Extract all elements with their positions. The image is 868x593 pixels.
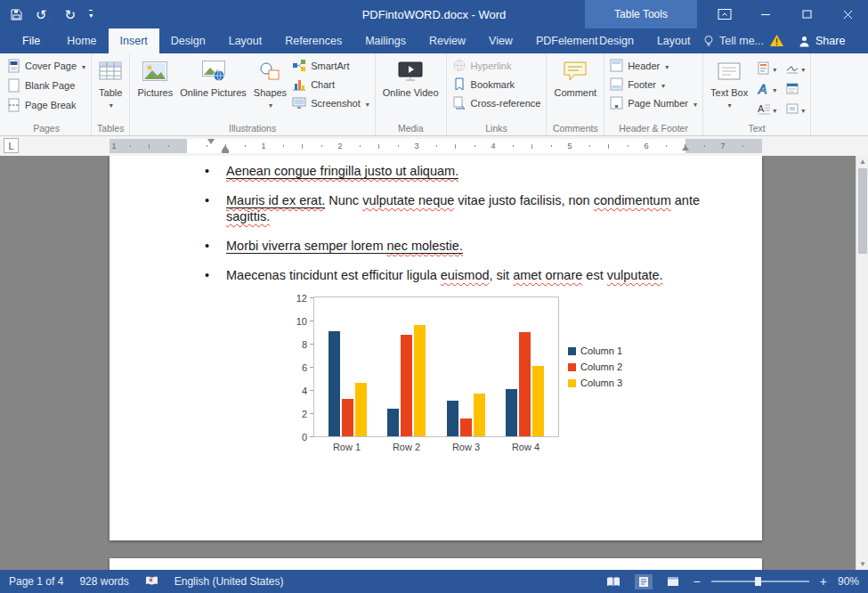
print-layout-icon [638, 576, 649, 588]
header-button[interactable]: Header [608, 59, 699, 72]
right-indent-marker[interactable] [682, 142, 689, 150]
bullet-marker: • [205, 192, 226, 224]
page-break-button[interactable]: Page Break [5, 98, 87, 112]
tab-layout[interactable]: Layout [217, 28, 274, 53]
page-number-button[interactable]: Page Number [608, 96, 699, 110]
comment-button[interactable]: Comment [550, 55, 600, 99]
footer-button[interactable]: Footer [608, 77, 699, 91]
tab-stop-selector[interactable]: L [4, 138, 19, 153]
signature-line-button[interactable] [785, 60, 805, 76]
document-page-next[interactable] [110, 558, 762, 570]
tab-insert[interactable]: Insert [109, 28, 159, 53]
zoom-level[interactable]: 90% [838, 575, 859, 588]
cross-reference-button[interactable]: Cross-reference [450, 96, 543, 110]
ruler-number: 7 [720, 142, 725, 150]
chart-y-tick [310, 297, 313, 298]
bullet-item[interactable]: •Mauris id ex erat. Nunc vulputate neque… [205, 192, 718, 224]
page-indicator[interactable]: Page 1 of 4 [9, 575, 63, 588]
web-layout-icon [667, 576, 679, 587]
print-layout-button[interactable] [635, 574, 653, 589]
online-video-icon [397, 57, 424, 85]
share-button[interactable]: Share [799, 28, 845, 53]
scroll-down-icon[interactable]: ▼ [856, 558, 868, 570]
bookmark-button[interactable]: Bookmark [450, 77, 543, 91]
shapes-button[interactable]: Shapes [250, 55, 290, 111]
tell-me-button[interactable]: Tell me... [703, 28, 764, 53]
ruler-bar: L 11234567 [0, 136, 868, 156]
ruler-tick [245, 145, 246, 147]
pictures-button[interactable]: Pictures [134, 55, 176, 99]
close-button[interactable] [827, 0, 868, 28]
zoom-out-button[interactable]: − [694, 575, 701, 588]
tab-view[interactable]: View [477, 28, 524, 53]
chart-button[interactable]: Chart [290, 77, 371, 91]
maximize-button[interactable] [786, 0, 827, 28]
bullet-marker: • [205, 163, 226, 179]
blank-page-label: Blank Page [25, 80, 75, 91]
object-button[interactable] [785, 101, 805, 117]
tab-home[interactable]: Home [55, 28, 108, 53]
tab-file[interactable]: File [7, 28, 55, 53]
blank-page-button[interactable]: Blank Page [5, 78, 87, 93]
redo-button[interactable]: ↻ [65, 8, 77, 21]
ruler-tick [628, 145, 629, 147]
ruler-number: 5 [567, 142, 572, 150]
ruler[interactable]: 11234567 [110, 139, 762, 153]
save-button[interactable] [11, 9, 22, 20]
tab-design[interactable]: Design [159, 28, 217, 53]
scroll-up-icon[interactable]: ▲ [856, 156, 868, 167]
zoom-slider[interactable] [711, 581, 809, 582]
drop-cap-button[interactable]: A [757, 101, 776, 117]
language-indicator[interactable]: English (United States) [174, 575, 284, 588]
vertical-scrollbar[interactable]: ▲ ▼ [856, 156, 868, 570]
bullet-text: Morbi viverra semper lorem nec molestie. [226, 238, 718, 254]
online-pictures-button[interactable]: Online Pictures [176, 55, 250, 99]
hyperlink-button[interactable]: Hyperlink [450, 59, 543, 72]
bullet-item[interactable]: •Maecenas tincidunt est efficitur ligula… [205, 267, 718, 283]
table-button[interactable]: Table [95, 55, 126, 111]
ruler-number: 1 [111, 142, 116, 150]
zoom-in-button[interactable]: + [820, 575, 827, 588]
screenshot-button[interactable]: Screenshot [290, 96, 371, 110]
minimize-button[interactable] [745, 0, 786, 28]
group-pages: Cover Page Blank Page Page Break Pages [2, 53, 92, 135]
group-header-footer: Header Footer Page Number Header & Foote… [604, 53, 703, 135]
bullet-item[interactable]: •Aenean congue fringilla justo ut aliqua… [205, 163, 718, 179]
chart-bar-group [506, 332, 544, 436]
chart-x-label: Row 2 [393, 442, 420, 452]
chevron-down-icon [800, 101, 805, 117]
tab-review[interactable]: Review [418, 28, 477, 53]
zoom-slider-thumb[interactable] [755, 577, 761, 586]
cover-page-button[interactable]: Cover Page [5, 59, 87, 73]
chart-legend-item: Column 1 [568, 345, 622, 356]
quick-parts-button[interactable] [757, 60, 776, 76]
tab-mailings[interactable]: Mailings [353, 28, 418, 53]
text-box-button[interactable]: Text Box [707, 55, 751, 111]
bullet-item[interactable]: •Morbi viverra semper lorem nec molestie… [205, 238, 718, 254]
save-icon [11, 9, 22, 20]
web-layout-button[interactable] [663, 574, 683, 589]
chart-bar [355, 383, 367, 436]
read-mode-button[interactable] [603, 574, 624, 589]
document-page[interactable]: •Aenean congue fringilla justo ut aliqua… [110, 156, 762, 540]
left-indent-marker[interactable] [222, 150, 229, 153]
smartart-button[interactable]: SmartArt [290, 59, 371, 72]
chart-y-axis: 024681012 [292, 296, 313, 437]
first-line-indent-marker[interactable] [207, 139, 215, 148]
proofing-button[interactable] [145, 575, 158, 589]
scrollbar-thumb[interactable] [858, 168, 867, 254]
ribbon-display-options-button[interactable] [704, 0, 745, 28]
undo-button[interactable]: ↺ [36, 8, 52, 21]
online-video-button[interactable]: Online Video [379, 55, 442, 99]
chevron-down-icon [772, 101, 776, 117]
tab-references[interactable]: References [273, 28, 353, 53]
context-tab-layout[interactable]: Layout [645, 28, 702, 53]
date-time-button[interactable] [785, 80, 805, 96]
cover-page-icon [7, 59, 20, 73]
context-tab-design[interactable]: Design [588, 28, 645, 53]
wordart-button[interactable]: A [757, 80, 776, 96]
chart[interactable]: 024681012 Row 1Row 2Row 3Row 4 Column 1C… [292, 296, 718, 452]
word-count[interactable]: 928 words [79, 575, 128, 588]
customize-qat-button[interactable]: ▾ [89, 10, 93, 20]
alert-button[interactable] [769, 34, 784, 50]
